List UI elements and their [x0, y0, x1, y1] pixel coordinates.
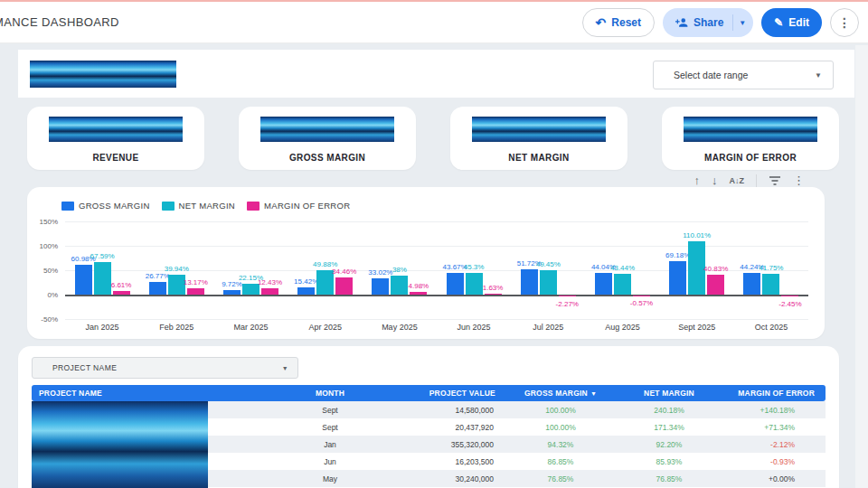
bar-value-label: 49.45%	[536, 260, 561, 268]
cell-gross-margin: 100.00%	[506, 423, 615, 432]
table-header-row: PROJECT NAME MONTH PROJECT VALUE GROSS M…	[32, 385, 826, 401]
chart-plot[interactable]: 60.98%67.59%6.61%Jan 202526.77%39.94%13.…	[65, 187, 808, 339]
bar[interactable]	[391, 276, 408, 295]
bar-value-label: 6.61%	[111, 281, 132, 289]
project-filter-label: PROJECT NAME	[52, 363, 117, 372]
bar[interactable]	[297, 287, 315, 295]
bar[interactable]	[781, 296, 798, 296]
project-table-card: PROJECT NAME ▼ PROJECT NAME MONTH PROJEC…	[18, 346, 839, 488]
bar-group-sept-2025: 69.18%110.01%40.83%Sept 2025	[660, 187, 734, 339]
chart-y-axis: 150%100%50%0%-50%	[27, 187, 61, 339]
project-names-redacted	[32, 401, 208, 488]
chevron-down-icon: ▼	[282, 365, 288, 371]
x-axis-label: Sept 2025	[678, 323, 715, 332]
kebab-icon: ⋮	[838, 15, 851, 30]
kpi-row: REVENUE GROSS MARGIN NET MARGIN MARGIN O…	[27, 107, 839, 170]
kpi-card-net-margin: NET MARGIN	[450, 107, 627, 170]
cell-gross-margin: 94.32%	[506, 440, 615, 449]
bar[interactable]	[669, 261, 686, 295]
bar[interactable]	[559, 296, 576, 296]
bar[interactable]	[707, 275, 724, 295]
bar[interactable]	[447, 273, 464, 295]
share-button-label: Share	[693, 16, 723, 29]
share-caret-icon[interactable]: ▼	[739, 19, 746, 27]
filter-icon[interactable]	[769, 175, 781, 186]
cell-net-margin: 85.93%	[615, 457, 723, 466]
bar-value-label: 43.44%	[610, 264, 635, 272]
col-header-project-name[interactable]: PROJECT NAME	[32, 389, 285, 398]
bar[interactable]	[372, 278, 389, 295]
move-up-icon[interactable]: ↑	[694, 174, 701, 187]
bar[interactable]	[614, 274, 631, 295]
project-name-filter[interactable]: PROJECT NAME ▼	[32, 357, 298, 379]
bar[interactable]	[762, 274, 779, 295]
bar-group-jun-2025: 43.67%45.3%1.63%Jun 2025	[437, 187, 511, 339]
bar[interactable]	[75, 265, 92, 295]
more-menu-button[interactable]: ⋮	[830, 8, 859, 37]
bar[interactable]	[187, 288, 204, 295]
kpi-label: NET MARGIN	[450, 153, 627, 163]
bar[interactable]	[521, 269, 538, 295]
bar[interactable]	[335, 277, 353, 295]
kpi-label: GROSS MARGIN	[239, 153, 416, 163]
bar-value-label: 33.02%	[368, 268, 392, 277]
bar-value-label: 40.83%	[703, 265, 728, 273]
cell-project-value: 20,437,920	[375, 423, 506, 432]
app-actions: ↶ Reset Share ▼ ✎ Edit ⋮	[582, 8, 859, 37]
x-axis-label: Jan 2025	[86, 323, 119, 332]
bar[interactable]	[540, 270, 557, 295]
bar[interactable]	[485, 294, 502, 295]
bar-value-label: 34.46%	[332, 267, 356, 276]
bar-group-feb-2025: 26.77%39.94%13.17%Feb 2025	[139, 187, 213, 339]
y-tick-label: -50%	[41, 315, 58, 324]
bar[interactable]	[149, 282, 166, 295]
col-header-margin-of-error[interactable]: MARGIN OF ERROR	[723, 389, 826, 398]
cell-net-margin: 76.85%	[615, 474, 723, 483]
bar[interactable]	[743, 273, 760, 295]
kpi-card-margin-of-error: MARGIN OF ERROR	[662, 107, 839, 170]
col-header-net-margin[interactable]: NET MARGIN	[615, 389, 723, 398]
bar-value-label: 41.75%	[759, 264, 783, 272]
edit-button[interactable]: ✎ Edit	[761, 8, 822, 37]
cell-month: Jan	[285, 440, 375, 449]
cell-project-value: 355,320,000	[375, 440, 506, 449]
toolbar-divider	[756, 174, 757, 187]
sort-az-icon[interactable]: A↓Z	[730, 176, 745, 185]
margin-bar-chart-card: GROSS MARGINNET MARGINMARGIN OF ERROR 15…	[27, 187, 825, 339]
col-header-month[interactable]: MONTH	[285, 389, 375, 398]
cell-margin-of-error: +0.00%	[723, 474, 826, 483]
bar[interactable]	[595, 273, 612, 295]
bar-group-apr-2025: 15.42%49.88%34.46%Apr 2025	[288, 187, 363, 339]
bar[interactable]	[94, 262, 111, 295]
bar[interactable]	[466, 273, 483, 295]
reset-button-label: Reset	[611, 16, 641, 29]
move-down-icon[interactable]: ↓	[712, 174, 718, 187]
bar-value-label: 39.94%	[165, 265, 189, 273]
bar[interactable]	[410, 292, 427, 295]
bar-value-label: 69.18%	[665, 251, 690, 259]
pencil-icon: ✎	[774, 16, 783, 29]
x-axis-label: Feb 2025	[159, 323, 193, 332]
cell-net-margin: 92.20%	[615, 440, 723, 449]
x-axis-label: Apr 2025	[308, 323, 342, 332]
undo-icon: ↶	[596, 15, 607, 30]
share-button[interactable]: Share ▼	[663, 8, 753, 37]
dashboard-screen: MANCE DASHBOARD ↶ Reset Share ▼ ✎ Edit ⋮	[0, 0, 868, 488]
y-tick-label: 150%	[40, 218, 58, 226]
date-range-select[interactable]: Select date range ▼	[653, 61, 834, 89]
bar-group-jul-2025: 51.72%49.45%-2.27%Jul 2025	[511, 187, 585, 339]
bar-group-mar-2025: 9.72%22.15%12.43%Mar 2025	[213, 187, 288, 339]
x-axis-label: Oct 2025	[755, 323, 788, 332]
bar[interactable]	[113, 291, 130, 295]
col-header-project-value[interactable]: PROJECT VALUE	[375, 389, 506, 398]
col-header-gross-margin[interactable]: GROSS MARGIN▼	[506, 389, 615, 398]
cell-gross-margin: 100.00%	[506, 406, 615, 415]
reset-button[interactable]: ↶ Reset	[582, 8, 655, 37]
kpi-label: MARGIN OF ERROR	[662, 153, 839, 163]
bar[interactable]	[223, 290, 241, 295]
kpi-value-redacted	[684, 117, 817, 142]
y-tick-label: 50%	[43, 267, 58, 275]
chart-kebab-icon[interactable]: ⋮	[793, 174, 805, 187]
bar[interactable]	[261, 288, 278, 295]
chart-wrap: 150%100%50%0%-50% 60.98%67.59%6.61%Jan 2…	[27, 187, 825, 339]
